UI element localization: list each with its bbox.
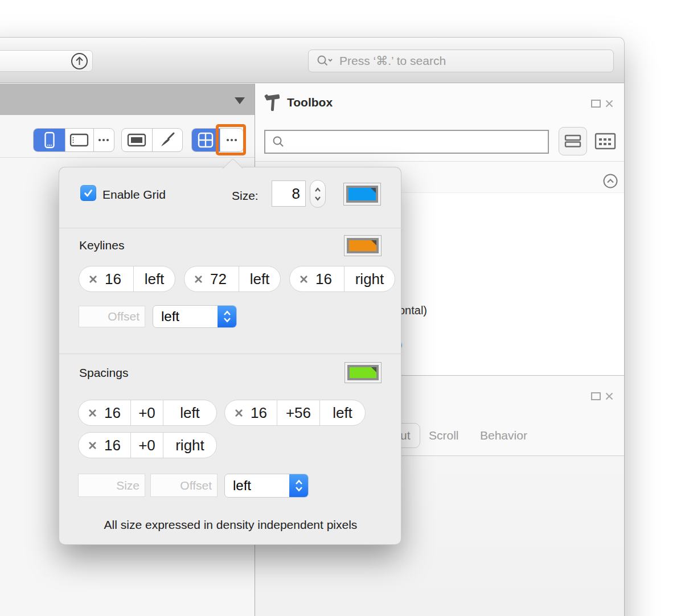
grid-size-stepper[interactable] bbox=[310, 180, 326, 208]
keyline-chip[interactable]: 16 right bbox=[289, 266, 395, 292]
collapse-section-icon[interactable] bbox=[603, 174, 618, 188]
grid-color-swatch bbox=[346, 186, 378, 203]
screenshot-root: Toolbox bbox=[0, 0, 689, 616]
list-view-icon bbox=[564, 134, 581, 148]
device-phone-button[interactable] bbox=[34, 129, 65, 151]
grid-view-icon bbox=[594, 133, 616, 150]
grid-size-field bbox=[272, 180, 306, 207]
color-notch-icon bbox=[371, 367, 376, 372]
popover-footer-note: All size expressed in density independen… bbox=[59, 518, 402, 532]
spacings-color-swatch bbox=[347, 365, 379, 380]
keylines-title: Keylines bbox=[79, 239, 124, 252]
keyline-chip[interactable]: 16 left bbox=[79, 266, 175, 292]
annotation-highlight-box bbox=[216, 124, 246, 155]
device-segmented-control bbox=[33, 128, 114, 152]
toolbox-search-field[interactable] bbox=[264, 130, 549, 154]
theme-brush-button[interactable] bbox=[152, 129, 182, 151]
keyline-alignment: left bbox=[239, 266, 280, 291]
more-icon bbox=[98, 138, 109, 142]
remove-icon[interactable] bbox=[89, 275, 97, 284]
global-search-input[interactable] bbox=[334, 54, 613, 68]
spacings-color-well[interactable] bbox=[344, 362, 382, 383]
spacing-chip[interactable]: 16 +0 right bbox=[78, 432, 217, 458]
checkmark-icon bbox=[83, 187, 94, 199]
toolbox-title: Toolbox bbox=[287, 96, 333, 109]
grid-icon bbox=[197, 132, 214, 149]
spacing-size-input[interactable] bbox=[79, 474, 145, 496]
share-button[interactable] bbox=[0, 50, 93, 72]
keyline-value: 16 bbox=[105, 270, 121, 288]
spacing-offset-field bbox=[150, 474, 218, 497]
tab-behavior[interactable]: Behavior bbox=[480, 429, 527, 442]
list-view-button[interactable] bbox=[559, 127, 587, 155]
close-icon[interactable] bbox=[605, 392, 614, 401]
design-surface-header bbox=[0, 84, 255, 115]
enable-grid-checkbox[interactable] bbox=[80, 185, 96, 201]
tablet-icon bbox=[69, 133, 89, 147]
remove-icon[interactable] bbox=[300, 275, 308, 284]
keyline-value: 72 bbox=[210, 270, 227, 288]
upload-circle-icon bbox=[71, 52, 88, 70]
chevron-down-icon[interactable] bbox=[235, 97, 245, 104]
spacing-position-dropdown[interactable]: left bbox=[224, 474, 309, 498]
keyline-offset-field bbox=[79, 306, 145, 327]
appearance-segmented-control bbox=[121, 128, 183, 152]
tab-scroll[interactable]: Scroll bbox=[429, 429, 459, 442]
spacing-offset: +56 bbox=[277, 400, 319, 425]
grid-color-well[interactable] bbox=[343, 183, 381, 206]
search-icon bbox=[272, 135, 285, 148]
remove-icon[interactable] bbox=[88, 409, 97, 417]
remove-icon[interactable] bbox=[88, 441, 97, 450]
size-label: Size: bbox=[232, 189, 259, 203]
spacing-value: 16 bbox=[251, 404, 267, 422]
spacing-offset: +0 bbox=[130, 400, 163, 425]
spacing-value: 16 bbox=[104, 437, 121, 454]
spacing-size-field bbox=[78, 474, 145, 497]
float-window-icon[interactable] bbox=[591, 100, 601, 108]
keyline-alignment: left bbox=[133, 266, 175, 291]
remove-icon[interactable] bbox=[235, 409, 243, 417]
stepper-arrows-icon bbox=[313, 184, 322, 204]
phone-icon bbox=[44, 132, 55, 149]
spacing-alignment: left bbox=[163, 400, 216, 425]
grid-size-input[interactable] bbox=[272, 181, 305, 206]
enable-grid-label: Enable Grid bbox=[102, 188, 166, 202]
spacings-title: Spacings bbox=[79, 366, 128, 380]
keyline-position-value: left bbox=[153, 309, 218, 325]
hammer-icon bbox=[264, 93, 281, 112]
divider bbox=[0, 157, 255, 158]
keylines-color-swatch bbox=[347, 238, 379, 253]
spacing-alignment: right bbox=[163, 433, 216, 458]
widget-icon bbox=[127, 133, 146, 147]
dropdown-arrows-icon bbox=[218, 306, 236, 327]
keyline-chip[interactable]: 72 left bbox=[184, 266, 281, 292]
float-window-icon[interactable] bbox=[591, 392, 601, 400]
remove-icon[interactable] bbox=[194, 275, 203, 284]
global-search-field[interactable] bbox=[308, 50, 614, 72]
spacing-value: 16 bbox=[104, 404, 121, 422]
divider bbox=[59, 354, 402, 354]
spacing-alignment: left bbox=[319, 400, 365, 425]
spacing-offset-input[interactable] bbox=[151, 474, 217, 496]
widget-frame-button[interactable] bbox=[122, 129, 152, 151]
spacing-position-value: left bbox=[225, 478, 289, 494]
keylines-color-well[interactable] bbox=[344, 235, 382, 256]
keyline-offset-input[interactable] bbox=[79, 306, 145, 327]
spacing-chip[interactable]: 16 +0 left bbox=[78, 400, 217, 426]
dropdown-arrows-icon bbox=[289, 474, 308, 497]
device-tablet-button[interactable] bbox=[65, 129, 93, 151]
paintbrush-icon bbox=[159, 132, 176, 149]
keyline-alignment: right bbox=[344, 266, 395, 291]
keyline-value: 16 bbox=[315, 270, 332, 288]
spacing-chip[interactable]: 16 +56 left bbox=[224, 400, 366, 426]
toolbox-search-input[interactable] bbox=[285, 135, 548, 149]
list-item[interactable]: ontal) bbox=[399, 304, 427, 317]
close-icon[interactable] bbox=[605, 99, 614, 108]
grid-view-button[interactable] bbox=[593, 132, 617, 151]
device-more-button[interactable] bbox=[93, 129, 114, 151]
color-notch-icon bbox=[371, 188, 376, 193]
grid-settings-popover: Enable Grid Size: Keylines bbox=[59, 167, 401, 545]
main-toolbar bbox=[0, 38, 624, 83]
divider bbox=[59, 228, 402, 228]
keyline-position-dropdown[interactable]: left bbox=[153, 305, 237, 328]
